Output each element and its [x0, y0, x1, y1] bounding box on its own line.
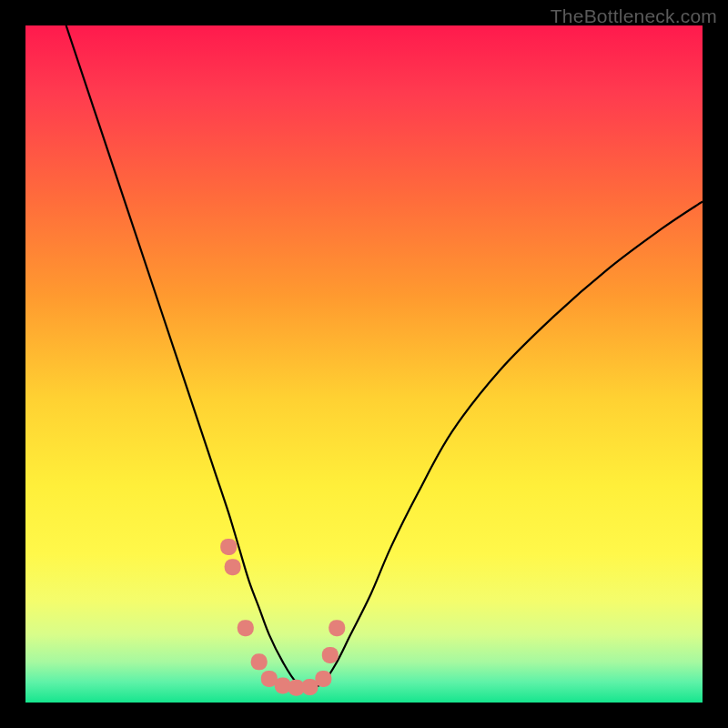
data-marker	[329, 620, 345, 636]
data-marker	[315, 671, 331, 687]
data-marker	[225, 559, 241, 575]
chart-svg	[25, 25, 703, 703]
data-marker	[238, 620, 254, 636]
data-marker	[220, 539, 237, 555]
watermark-text: TheBottleneck.com	[551, 5, 717, 27]
chart-frame: TheBottleneck.com	[0, 0, 728, 728]
marker-layer	[220, 539, 345, 696]
right-branch-curve	[309, 201, 703, 689]
data-marker	[322, 647, 339, 663]
curve-layer	[66, 25, 703, 689]
data-marker	[251, 653, 268, 670]
left-branch-curve	[66, 25, 310, 689]
plot-area	[25, 25, 703, 703]
